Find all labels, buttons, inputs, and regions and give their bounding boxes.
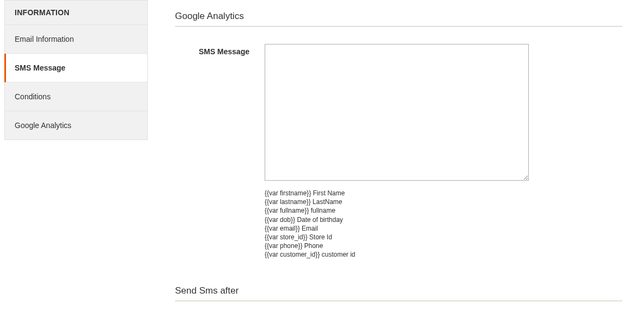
hint-line: {{var phone}} Phone bbox=[265, 241, 622, 250]
sidebar-item-email-information[interactable]: Email Information bbox=[5, 25, 147, 54]
sidebar-item-conditions[interactable]: Conditions bbox=[5, 82, 147, 111]
section-send-sms-after: Send Sms after Days 0 hours 0 minutes bbox=[175, 285, 622, 319]
sidebar-header: INFORMATION bbox=[5, 1, 147, 25]
sms-variable-hints: {{var firstname}} First Name {{var lastn… bbox=[265, 189, 622, 259]
sms-message-textarea[interactable] bbox=[265, 44, 529, 181]
hint-line: {{var dob}} Date of birthday bbox=[265, 215, 622, 224]
sidebar: INFORMATION Email Information SMS Messag… bbox=[0, 0, 148, 318]
section-title-send-sms-after: Send Sms after bbox=[175, 285, 622, 301]
hint-line: {{var fullname}} fullname bbox=[265, 206, 622, 215]
hint-line: {{var lastname}} LastName bbox=[265, 198, 622, 206]
sidebar-list: Email Information SMS Message Conditions… bbox=[5, 25, 147, 139]
hint-line: {{var store_id}} Store Id bbox=[265, 233, 622, 241]
sidebar-item-google-analytics[interactable]: Google Analytics bbox=[5, 111, 147, 139]
field-sms-message: SMS Message {{var firstname}} First Name… bbox=[175, 44, 622, 259]
sidebar-card: INFORMATION Email Information SMS Messag… bbox=[4, 0, 148, 140]
main: Google Analytics SMS Message {{var first… bbox=[148, 0, 644, 318]
sms-message-control: {{var firstname}} First Name {{var lastn… bbox=[265, 44, 622, 259]
sms-message-label: SMS Message bbox=[175, 44, 265, 56]
hint-line: {{var firstname}} First Name bbox=[265, 189, 622, 198]
hint-line: {{var email}} Email bbox=[265, 224, 622, 233]
sidebar-item-sms-message[interactable]: SMS Message bbox=[4, 54, 147, 82]
section-title-google-analytics: Google Analytics bbox=[175, 11, 622, 27]
hint-line: {{var customer_id}} customer id bbox=[265, 250, 622, 259]
